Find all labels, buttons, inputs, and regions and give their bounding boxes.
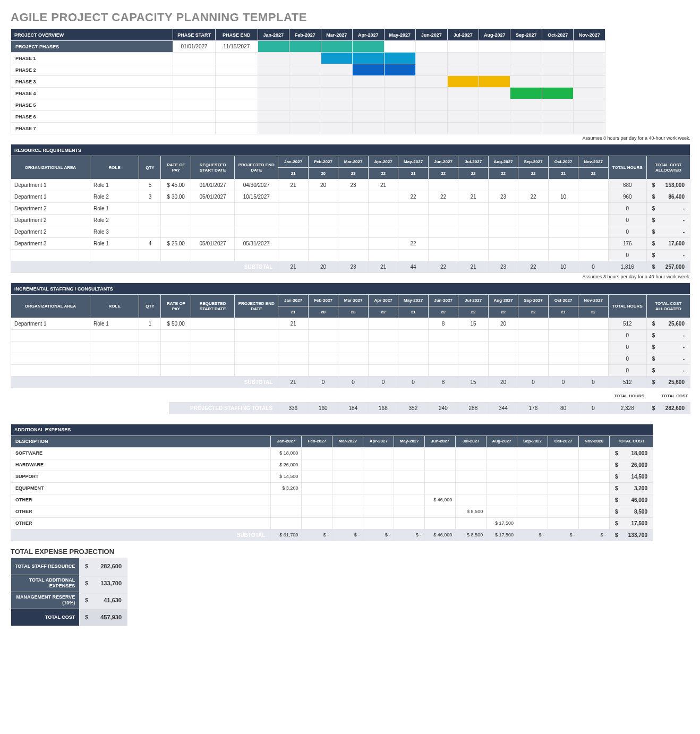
cell-end: 05/31/2027	[235, 238, 278, 250]
cell-month	[368, 191, 398, 203]
cell-month	[548, 215, 578, 226]
consultants-header: INCREMENTAL STAFFING / CONSULTANTS	[11, 283, 690, 295]
cell-month	[548, 506, 579, 517]
cell-month	[278, 342, 309, 353]
cell-month	[332, 447, 363, 459]
cell-req: 05/01/2027	[191, 191, 234, 203]
cell-month	[458, 238, 489, 250]
cell-hours: 0	[608, 330, 646, 342]
cell-month	[428, 180, 458, 191]
cell-month	[398, 250, 429, 261]
cell-month	[458, 203, 489, 215]
cell-role: Role 2	[90, 191, 139, 203]
cell-month	[458, 330, 489, 342]
page-title: AGILE PROJECT CAPACITY PLANNING TEMPLATE	[11, 11, 689, 24]
cell-req: 01/01/2027	[191, 180, 234, 191]
table-row: EQUIPMENT$ 3,200$3,200	[11, 482, 653, 494]
cell-desc: OTHER	[11, 517, 271, 529]
cell-month	[428, 250, 458, 261]
cell-month	[428, 342, 458, 353]
cell-month: 23	[488, 191, 518, 203]
consultants-table: INCREMENTAL STAFFING / CONSULTANTS ORGAN…	[11, 283, 690, 388]
cell-cost: $25,600	[646, 318, 690, 330]
cell-month	[308, 215, 338, 226]
cell-month: $ 8,500	[456, 506, 486, 517]
col-total-cost: TOTAL COST	[609, 436, 653, 447]
col-qty: QTY	[139, 156, 161, 180]
cell-org: Department 1	[11, 191, 90, 203]
table-row: SOFTWARE$ 18,000$18,000	[11, 447, 653, 459]
cell-month	[425, 459, 456, 471]
cell-month	[278, 226, 309, 238]
gantt-cell	[258, 41, 289, 53]
cell-desc: SUPPORT	[11, 471, 271, 482]
table-row: Department 3Role 14$ 25.0005/01/202705/3…	[11, 238, 690, 250]
cell-month	[363, 506, 394, 517]
cell-month	[486, 471, 517, 482]
cell-total: $8,500	[609, 506, 653, 517]
cell-end	[235, 250, 278, 261]
cell-month	[488, 226, 518, 238]
cell-month	[278, 203, 309, 215]
cell-month	[398, 226, 429, 238]
cell-org: Department 1	[11, 180, 90, 191]
cell-month	[488, 238, 518, 250]
cell-req: 05/01/2027	[191, 238, 234, 250]
cell-month	[271, 494, 302, 506]
cell-month	[428, 203, 458, 215]
cell-month	[548, 226, 578, 238]
cell-rate: $ 25.00	[161, 238, 191, 250]
cell-month	[332, 494, 363, 506]
cell-month	[458, 226, 489, 238]
cell-hours: 0	[608, 353, 646, 365]
cell-qty	[139, 330, 161, 342]
overview-header: PROJECT OVERVIEW	[11, 29, 173, 41]
cell-month	[548, 494, 579, 506]
cell-month	[368, 215, 398, 226]
cell-hours: 176	[608, 238, 646, 250]
cell-desc: EQUIPMENT	[11, 482, 271, 494]
assumption-note: Assumes 8 hours per day for a 40-hour wo…	[11, 135, 690, 141]
cell-month	[308, 250, 338, 261]
cell-month	[518, 180, 549, 191]
cell-month	[579, 482, 610, 494]
cell-month: 21	[278, 318, 309, 330]
cell-month	[579, 459, 610, 471]
cell-end	[235, 215, 278, 226]
cell-month	[458, 353, 489, 365]
cell-end: 04/30/2027	[235, 180, 278, 191]
cell-month: 8	[428, 318, 458, 330]
col-month: Jun-2027	[416, 29, 447, 41]
cell-month: 21	[368, 180, 398, 191]
cell-month	[548, 180, 578, 191]
cell-month	[338, 215, 369, 226]
table-row: Department 1Role 11$ 50.002181520512$25,…	[11, 318, 690, 330]
cell-month	[579, 471, 610, 482]
cell-month	[486, 482, 517, 494]
cell-cost: $-	[646, 342, 690, 353]
cell-org: Department 2	[11, 215, 90, 226]
phase-label: PHASE 5	[11, 99, 173, 111]
col-cost: TOTAL COST ALLOCATED	[646, 156, 690, 180]
cell-hours: 0	[608, 342, 646, 353]
gantt-cell	[479, 76, 510, 88]
table-row: OTHER$ 46,000$46,000	[11, 494, 653, 506]
cell-role: Role 1	[90, 180, 139, 191]
cell-end	[235, 342, 278, 353]
cell-month	[488, 342, 518, 353]
total-hours-hdr: TOTAL HOURS	[608, 390, 646, 402]
cell-hours: 960	[608, 191, 646, 203]
table-row: 0$-	[11, 330, 690, 342]
cell-month	[518, 342, 549, 353]
table-row: 0$-	[11, 342, 690, 353]
cell-total: $26,000	[609, 459, 653, 471]
cell-month	[302, 447, 332, 459]
cell-month	[368, 238, 398, 250]
cell-month	[458, 342, 489, 353]
cell-req	[191, 342, 234, 353]
cell-cost: $17,600	[646, 238, 690, 250]
table-row: OTHER$ 8,500$8,500	[11, 506, 653, 517]
cell-qty: 3	[139, 191, 161, 203]
cell-cost: $-	[646, 215, 690, 226]
cell-month	[518, 203, 549, 215]
